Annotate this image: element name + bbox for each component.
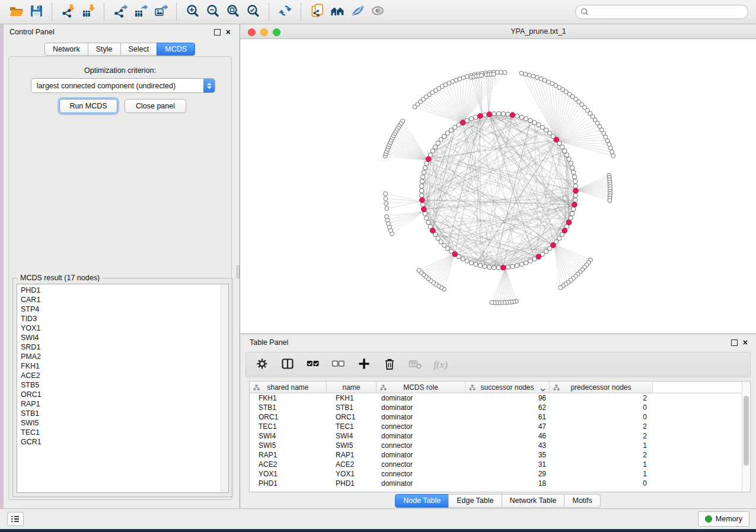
table-cell[interactable]: 43	[465, 441, 550, 450]
table-row[interactable]: RAP1RAP1dominator352	[250, 450, 742, 460]
network-node[interactable]	[490, 300, 494, 305]
network-node[interactable]	[465, 259, 469, 263]
tab-motifs[interactable]: Motifs	[564, 494, 600, 508]
table-cell[interactable]: SWI5	[327, 441, 377, 450]
network-node[interactable]	[384, 192, 388, 196]
network-node[interactable]	[560, 145, 564, 149]
network-dominator-node[interactable]	[452, 252, 458, 257]
network-node[interactable]	[524, 261, 528, 265]
network-dominator-node[interactable]	[460, 120, 465, 126]
network-dominator-node[interactable]	[510, 113, 515, 118]
tab-mcds[interactable]: MCDS	[157, 43, 195, 56]
table-row[interactable]: ACE2ACE2connector311	[250, 460, 742, 469]
select-all-button[interactable]	[305, 357, 321, 373]
network-node[interactable]	[506, 112, 510, 116]
network-node[interactable]	[544, 249, 548, 254]
network-node[interactable]	[519, 262, 524, 266]
table-cell[interactable]: FKH1	[327, 393, 377, 403]
network-node[interactable]	[540, 125, 544, 129]
import-table-button[interactable]	[78, 2, 98, 21]
refresh-network-button[interactable]	[275, 2, 295, 21]
table-cell[interactable]: TEC1	[250, 422, 327, 431]
network-node[interactable]	[425, 216, 429, 220]
column-settings-button[interactable]	[254, 357, 270, 373]
network-dominator-node[interactable]	[487, 112, 492, 117]
table-cell[interactable]: PHD1	[327, 479, 377, 488]
table-cell[interactable]: 46	[465, 431, 550, 441]
mcds-result-node[interactable]: FKH1	[17, 361, 221, 371]
splitter-handle[interactable]	[237, 265, 240, 278]
network-node[interactable]	[420, 175, 425, 179]
network-node[interactable]	[433, 145, 437, 149]
network-node[interactable]	[469, 117, 473, 121]
network-node[interactable]	[479, 73, 483, 78]
tab-node-table[interactable]: Node Table	[395, 494, 449, 508]
table-cell[interactable]: dominator	[377, 479, 465, 488]
table-scrollbar-thumb[interactable]	[744, 396, 749, 466]
column-header-predecessor-nodes[interactable]: predecessor nodes	[550, 382, 653, 393]
tab-edge-table[interactable]: Edge Table	[448, 494, 502, 508]
memory-button[interactable]: Memory	[698, 511, 749, 527]
network-node[interactable]	[535, 75, 539, 79]
table-cell[interactable]: 47	[465, 422, 550, 431]
network-dominator-node[interactable]	[562, 228, 567, 233]
network-dominator-node[interactable]	[572, 202, 578, 207]
network-node[interactable]	[401, 119, 405, 123]
network-node[interactable]	[430, 149, 435, 153]
table-row[interactable]: TEC1TEC1connector472	[250, 422, 742, 431]
table-row[interactable]: SWI5SWI5connector431	[250, 441, 742, 450]
network-node[interactable]	[528, 259, 532, 263]
network-node[interactable]	[423, 211, 427, 216]
network-node[interactable]	[422, 170, 426, 174]
network-node[interactable]	[524, 72, 528, 76]
network-node[interactable]	[506, 265, 510, 269]
table-cell[interactable]: STB1	[327, 403, 377, 412]
network-node[interactable]	[420, 203, 425, 207]
network-from-file-button[interactable]	[307, 2, 327, 21]
network-node[interactable]	[503, 70, 507, 75]
network-canvas[interactable]	[240, 39, 756, 334]
network-node[interactable]	[564, 153, 569, 157]
network-node[interactable]	[515, 114, 519, 118]
table-cell[interactable]: ACE2	[250, 460, 327, 469]
add-column-button[interactable]	[356, 357, 372, 373]
mcds-result-node[interactable]: SWI4	[17, 333, 221, 342]
network-node[interactable]	[419, 188, 423, 193]
network-dominator-node[interactable]	[430, 228, 435, 233]
network-node[interactable]	[483, 113, 487, 117]
table-cell[interactable]: 35	[465, 450, 550, 460]
zoom-out-button[interactable]	[203, 2, 223, 21]
tab-network[interactable]: Network	[44, 43, 88, 56]
table-cell[interactable]: dominator	[377, 412, 465, 422]
table-cell[interactable]: 2	[550, 393, 653, 403]
tab-select[interactable]: Select	[120, 43, 158, 56]
table-cell[interactable]: RAP1	[250, 450, 327, 460]
close-panel-icon[interactable]: ×	[226, 29, 231, 35]
network-node[interactable]	[524, 117, 528, 121]
table-cell[interactable]: dominator	[377, 393, 465, 403]
close-table-panel-icon[interactable]: ×	[743, 339, 748, 345]
network-node[interactable]	[519, 115, 524, 119]
network-node[interactable]	[474, 262, 478, 266]
task-history-button[interactable]	[7, 512, 24, 526]
mcds-result-node[interactable]: STB5	[17, 380, 221, 390]
export-image-button[interactable]	[151, 2, 171, 21]
mcds-result-node[interactable]: GCR1	[17, 437, 221, 447]
window-zoom-icon[interactable]	[273, 28, 280, 36]
mcds-result-node[interactable]: TEC1	[17, 428, 221, 437]
network-node[interactable]	[474, 115, 478, 119]
mcds-result-list[interactable]: PHD1CAR1STP4TID3YOX1SWI4SRD1PMA2FKH1ACE2…	[17, 284, 229, 493]
table-cell[interactable]: 0	[550, 403, 653, 412]
tab-network-table[interactable]: Network Table	[502, 494, 565, 508]
network-dominator-node[interactable]	[420, 197, 425, 203]
network-node[interactable]	[492, 265, 496, 270]
column-header-successor-nodes[interactable]: successor nodes	[465, 382, 550, 393]
delete-column-button[interactable]	[382, 357, 397, 373]
network-dominator-node[interactable]	[551, 243, 556, 248]
search-box[interactable]	[575, 5, 748, 19]
network-node[interactable]	[487, 265, 492, 269]
table-row[interactable]: ORC1ORC1dominator610	[250, 412, 742, 422]
mcds-result-node[interactable]: STP4	[17, 305, 221, 314]
table-row[interactable]: SWI4SWI4dominator462	[250, 431, 742, 441]
import-network-button[interactable]	[58, 2, 78, 21]
